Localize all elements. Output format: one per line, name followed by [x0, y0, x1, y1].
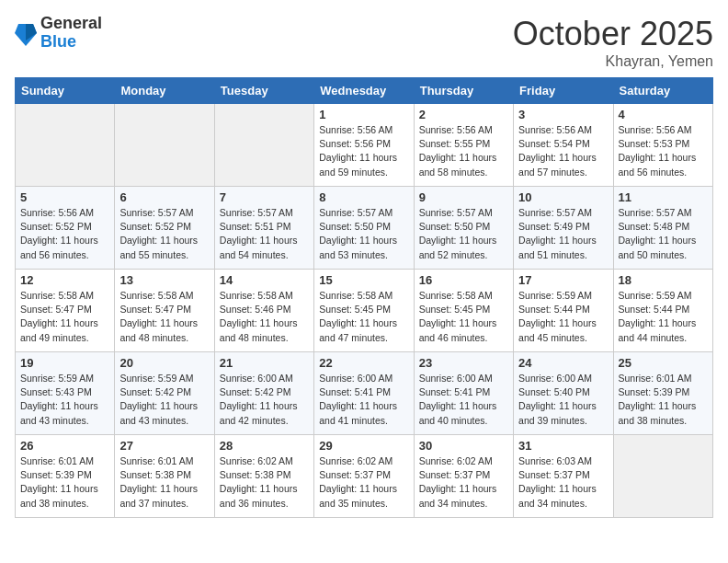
day-number: 10: [518, 190, 608, 204]
day-info: Sunrise: 5:58 AMSunset: 5:46 PMDaylight:…: [220, 289, 309, 345]
day-info: Sunrise: 5:56 AMSunset: 5:52 PMDaylight:…: [20, 206, 109, 262]
calendar-table: SundayMondayTuesdayWednesdayThursdayFrid…: [15, 77, 713, 518]
day-info: Sunrise: 5:59 AMSunset: 5:44 PMDaylight:…: [518, 289, 608, 345]
page-header: General Blue October 2025 Khayran, Yemen: [15, 15, 713, 70]
logo-general: General: [40, 15, 102, 33]
weekday-header-wednesday: Wednesday: [314, 78, 414, 104]
day-number: 23: [419, 356, 508, 370]
day-number: 6: [119, 190, 209, 204]
calendar-cell: 11Sunrise: 5:57 AMSunset: 5:48 PMDayligh…: [613, 187, 712, 270]
calendar-cell: 29Sunrise: 6:02 AMSunset: 5:37 PMDayligh…: [314, 435, 414, 518]
day-number: 3: [518, 108, 608, 121]
calendar-cell: [16, 104, 115, 187]
day-info: Sunrise: 5:59 AMSunset: 5:42 PMDaylight:…: [119, 372, 209, 428]
calendar-cell: [613, 435, 712, 518]
day-info: Sunrise: 5:58 AMSunset: 5:45 PMDaylight:…: [319, 289, 408, 345]
day-info: Sunrise: 5:57 AMSunset: 5:52 PMDaylight:…: [119, 206, 209, 262]
calendar-cell: 25Sunrise: 6:01 AMSunset: 5:39 PMDayligh…: [613, 352, 712, 435]
day-number: 5: [20, 190, 109, 204]
day-info: Sunrise: 6:00 AMSunset: 5:42 PMDaylight:…: [220, 372, 309, 428]
calendar-week-row: 5Sunrise: 5:56 AMSunset: 5:52 PMDaylight…: [16, 187, 713, 270]
day-number: 9: [419, 190, 508, 204]
day-info: Sunrise: 5:56 AMSunset: 5:55 PMDaylight:…: [419, 123, 508, 179]
calendar-cell: 2Sunrise: 5:56 AMSunset: 5:55 PMDaylight…: [414, 104, 513, 187]
calendar-cell: 1Sunrise: 5:56 AMSunset: 5:56 PMDaylight…: [314, 104, 414, 187]
day-info: Sunrise: 6:03 AMSunset: 5:37 PMDaylight:…: [518, 454, 608, 511]
day-info: Sunrise: 5:58 AMSunset: 5:47 PMDaylight:…: [119, 289, 209, 345]
calendar-cell: 15Sunrise: 5:58 AMSunset: 5:45 PMDayligh…: [314, 270, 414, 352]
day-number: 14: [220, 273, 309, 287]
day-info: Sunrise: 6:01 AMSunset: 5:39 PMDaylight:…: [619, 372, 708, 428]
calendar-cell: 13Sunrise: 5:58 AMSunset: 5:47 PMDayligh…: [115, 270, 214, 352]
calendar-cell: 26Sunrise: 6:01 AMSunset: 5:39 PMDayligh…: [16, 435, 115, 518]
calendar-cell: 14Sunrise: 5:58 AMSunset: 5:46 PMDayligh…: [214, 270, 313, 352]
calendar-cell: 21Sunrise: 6:00 AMSunset: 5:42 PMDayligh…: [214, 352, 313, 435]
title-block: October 2025 Khayran, Yemen: [513, 15, 713, 70]
calendar-cell: 22Sunrise: 6:00 AMSunset: 5:41 PMDayligh…: [314, 352, 414, 435]
day-number: 1: [319, 108, 408, 121]
day-info: Sunrise: 5:57 AMSunset: 5:50 PMDaylight:…: [319, 206, 408, 262]
day-info: Sunrise: 5:59 AMSunset: 5:43 PMDaylight:…: [20, 372, 109, 428]
day-number: 16: [419, 273, 508, 287]
day-number: 29: [319, 439, 408, 453]
day-info: Sunrise: 6:00 AMSunset: 5:41 PMDaylight:…: [319, 372, 408, 428]
calendar-cell: 28Sunrise: 6:02 AMSunset: 5:38 PMDayligh…: [214, 435, 313, 518]
calendar-cell: 31Sunrise: 6:03 AMSunset: 5:37 PMDayligh…: [514, 435, 613, 518]
day-number: 25: [619, 356, 708, 370]
day-number: 20: [119, 356, 209, 370]
calendar-cell: 12Sunrise: 5:58 AMSunset: 5:47 PMDayligh…: [16, 270, 115, 352]
calendar-week-row: 12Sunrise: 5:58 AMSunset: 5:47 PMDayligh…: [16, 270, 713, 352]
calendar-cell: 10Sunrise: 5:57 AMSunset: 5:49 PMDayligh…: [514, 187, 613, 270]
calendar-cell: 9Sunrise: 5:57 AMSunset: 5:50 PMDaylight…: [414, 187, 513, 270]
location-title: Khayran, Yemen: [513, 53, 713, 70]
day-number: 21: [220, 356, 309, 370]
day-info: Sunrise: 6:01 AMSunset: 5:39 PMDaylight:…: [20, 454, 109, 511]
day-info: Sunrise: 5:56 AMSunset: 5:54 PMDaylight:…: [518, 123, 608, 179]
calendar-cell: 18Sunrise: 5:59 AMSunset: 5:44 PMDayligh…: [613, 270, 712, 352]
logo-icon: [15, 20, 37, 46]
day-info: Sunrise: 6:00 AMSunset: 5:41 PMDaylight:…: [419, 372, 508, 428]
day-number: 15: [319, 273, 408, 287]
day-info: Sunrise: 5:56 AMSunset: 5:53 PMDaylight:…: [619, 123, 708, 179]
day-info: Sunrise: 5:57 AMSunset: 5:50 PMDaylight:…: [419, 206, 508, 262]
calendar-header-row: SundayMondayTuesdayWednesdayThursdayFrid…: [16, 78, 713, 104]
calendar-cell: 17Sunrise: 5:59 AMSunset: 5:44 PMDayligh…: [514, 270, 613, 352]
day-number: 7: [220, 190, 309, 204]
logo-text: General Blue: [40, 15, 102, 52]
calendar-cell: 20Sunrise: 5:59 AMSunset: 5:42 PMDayligh…: [115, 352, 214, 435]
day-number: 28: [220, 439, 309, 453]
calendar-cell: 24Sunrise: 6:00 AMSunset: 5:40 PMDayligh…: [514, 352, 613, 435]
day-number: 27: [119, 439, 209, 453]
day-info: Sunrise: 5:57 AMSunset: 5:49 PMDaylight:…: [518, 206, 608, 262]
calendar-cell: 30Sunrise: 6:02 AMSunset: 5:37 PMDayligh…: [414, 435, 513, 518]
calendar-cell: [214, 104, 313, 187]
logo-blue: Blue: [40, 33, 102, 52]
calendar-week-row: 1Sunrise: 5:56 AMSunset: 5:56 PMDaylight…: [16, 104, 713, 187]
calendar-cell: 19Sunrise: 5:59 AMSunset: 5:43 PMDayligh…: [16, 352, 115, 435]
calendar-cell: 5Sunrise: 5:56 AMSunset: 5:52 PMDaylight…: [16, 187, 115, 270]
day-number: 19: [20, 356, 109, 370]
weekday-header-tuesday: Tuesday: [214, 78, 313, 104]
calendar-cell: 4Sunrise: 5:56 AMSunset: 5:53 PMDaylight…: [613, 104, 712, 187]
day-number: 18: [619, 273, 708, 287]
day-info: Sunrise: 5:58 AMSunset: 5:45 PMDaylight:…: [419, 289, 508, 345]
day-info: Sunrise: 5:56 AMSunset: 5:56 PMDaylight:…: [319, 123, 408, 179]
day-info: Sunrise: 6:02 AMSunset: 5:37 PMDaylight:…: [319, 454, 408, 511]
day-info: Sunrise: 5:59 AMSunset: 5:44 PMDaylight:…: [619, 289, 708, 345]
day-number: 4: [619, 108, 708, 121]
day-info: Sunrise: 6:02 AMSunset: 5:38 PMDaylight:…: [220, 454, 309, 511]
day-info: Sunrise: 5:58 AMSunset: 5:47 PMDaylight:…: [20, 289, 109, 345]
day-number: 11: [619, 190, 708, 204]
day-number: 26: [20, 439, 109, 453]
calendar-cell: 27Sunrise: 6:01 AMSunset: 5:38 PMDayligh…: [115, 435, 214, 518]
weekday-header-saturday: Saturday: [613, 78, 712, 104]
day-number: 24: [518, 356, 608, 370]
day-number: 8: [319, 190, 408, 204]
day-info: Sunrise: 6:00 AMSunset: 5:40 PMDaylight:…: [518, 372, 608, 428]
day-number: 12: [20, 273, 109, 287]
calendar-cell: 8Sunrise: 5:57 AMSunset: 5:50 PMDaylight…: [314, 187, 414, 270]
calendar-cell: [115, 104, 214, 187]
calendar-cell: 3Sunrise: 5:56 AMSunset: 5:54 PMDaylight…: [514, 104, 613, 187]
day-number: 31: [518, 439, 608, 453]
calendar-cell: 7Sunrise: 5:57 AMSunset: 5:51 PMDaylight…: [214, 187, 313, 270]
